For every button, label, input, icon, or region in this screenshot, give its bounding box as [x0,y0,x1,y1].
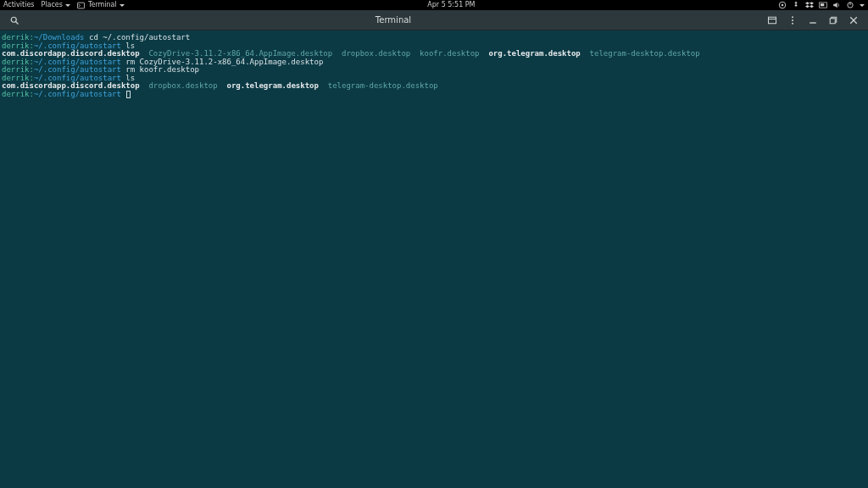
svg-point-7 [11,17,16,22]
command-text: ls [121,42,135,50]
prompt-user: derrik: [2,65,34,74]
minimize-button[interactable] [807,14,819,26]
svg-point-12 [792,19,793,21]
window-headerbar: Terminal [0,10,868,30]
places-label: Places [42,0,63,10]
ls-entry: dropbox.desktop [332,49,410,58]
restore-button[interactable] [827,14,839,26]
activities-label: Activities [3,0,35,10]
search-button[interactable] [8,14,20,26]
svg-rect-15 [830,18,835,23]
prompt-user: derrik: [2,42,34,50]
svg-line-8 [16,21,19,24]
prompt-path: ~/.config/autostart [34,42,121,50]
ls-entry: CozyDrive-3.11.2-x86_64.AppImage.desktop [140,49,333,58]
svg-rect-0 [78,3,85,8]
ls-entry: koofr.desktop [410,49,479,58]
command-text: ls [121,74,135,82]
command-text: cd ~/.config/autostart [85,33,191,42]
command-text: rm koofr.desktop [121,65,199,74]
chevron-down-icon [65,4,70,7]
prompt-user: derrik: [2,58,34,66]
gnome-top-bar: Activities Places Terminal Apr 5 5:51 PM [0,0,868,10]
prompt-user: derrik: [2,74,34,82]
terminal-cursor [126,91,131,98]
app-menu-label: Terminal [88,0,117,10]
svg-rect-4 [821,3,824,6]
prompt-path: ~/.config/autostart [34,74,121,82]
prompt-path: ~/Downloads [34,33,85,42]
ls-entry: com.discordapp.discord.desktop [2,81,140,90]
activities-button[interactable]: Activities [3,0,35,10]
window-title: Terminal [376,15,411,25]
power-icon[interactable] [846,1,854,9]
tray-icon-2[interactable] [792,1,800,9]
clock-text: Apr 5 5:51 PM [427,0,475,10]
close-button[interactable] [848,14,860,26]
places-menu[interactable]: Places [42,0,70,10]
ls-entry: org.telegram.desktop [480,49,581,58]
svg-point-13 [792,22,793,24]
app-menu[interactable]: Terminal [77,0,125,10]
prompt-user: derrik: [2,90,34,98]
command-text [121,90,125,98]
menu-button[interactable] [787,14,798,26]
svg-point-2 [782,4,784,7]
terminal-content[interactable]: derrik:~/Downloads cd ~/.config/autostar… [0,30,868,488]
svg-rect-9 [769,17,776,24]
svg-point-11 [792,16,793,18]
new-tab-button[interactable] [766,14,778,26]
ls-entry: com.discordapp.discord.desktop [2,49,140,58]
ls-entry: telegram-desktop.desktop [581,49,700,58]
ls-entry: telegram-desktop.desktop [319,81,438,90]
tray-icon-1[interactable] [778,1,787,9]
clock-menu[interactable]: Apr 5 5:51 PM [427,0,475,10]
chevron-down-icon[interactable] [860,4,865,7]
workspace-indicator-icon[interactable] [819,1,827,9]
volume-icon[interactable] [832,1,841,9]
ls-entry: org.telegram.desktop [218,81,319,90]
prompt-path: ~/.config/autostart [34,58,121,66]
dropbox-tray-icon[interactable] [805,1,814,9]
prompt-path: ~/.config/autostart [34,90,121,98]
prompt-path: ~/.config/autostart [34,65,121,74]
prompt-user: derrik: [2,33,34,42]
command-text: rm CozyDrive-3.11.2-x86_64.AppImage.desk… [121,58,323,66]
terminal-icon [77,1,86,9]
terminal-window: Terminal derrik:~/Downloads cd ~/.config… [0,10,868,488]
ls-entry: dropbox.desktop [140,81,218,90]
